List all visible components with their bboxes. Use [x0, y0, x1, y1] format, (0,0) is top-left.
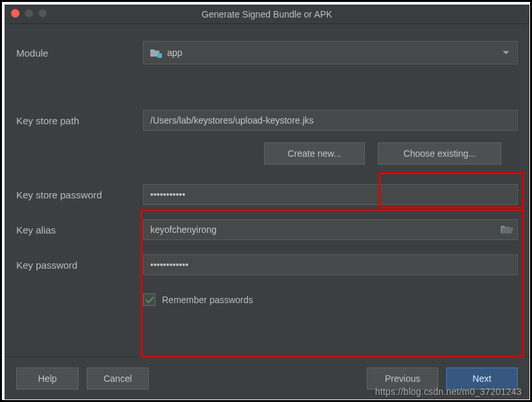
watermark-text: https://blog.csdn.net/m0_37201243 [375, 386, 522, 397]
dialog-content: Module app Key store path Create new... [5, 24, 529, 356]
title-bar: Generate Signed Bundle or APK [5, 5, 529, 24]
help-button[interactable]: Help [16, 368, 79, 390]
key-password-label: Key password [16, 260, 143, 271]
remember-row: Remember passwords [16, 289, 518, 306]
check-icon [145, 294, 153, 303]
chevron-down-icon [503, 51, 509, 55]
key-alias-field [143, 219, 518, 240]
folder-open-icon[interactable] [500, 225, 512, 234]
choose-existing-button[interactable]: Choose existing... [378, 142, 501, 165]
module-dropdown[interactable]: app [143, 41, 518, 64]
dialog-title: Generate Signed Bundle or APK [5, 9, 529, 20]
remember-passwords-checkbox[interactable] [143, 293, 155, 306]
module-label: Module [16, 47, 143, 59]
keystore-path-label: Key store path [16, 115, 143, 126]
keystore-buttons-row: Create new... Choose existing... [143, 142, 518, 165]
module-row: Module app [16, 41, 518, 64]
minimize-icon [25, 9, 33, 18]
key-password-row: Key password [16, 254, 518, 275]
key-password-input[interactable] [143, 254, 518, 275]
maximize-icon [38, 9, 47, 18]
cancel-button[interactable]: Cancel [86, 368, 149, 390]
keystore-path-input[interactable] [143, 110, 518, 131]
keystore-path-row: Key store path [16, 110, 518, 131]
key-alias-row: Key alias [16, 219, 518, 240]
key-alias-input[interactable] [144, 220, 500, 239]
keystore-password-row: Key store password [16, 184, 518, 205]
module-icon [150, 48, 161, 57]
remember-passwords-label: Remember passwords [162, 295, 253, 305]
traffic-lights [11, 9, 47, 18]
dialog-window: Generate Signed Bundle or APK Module app… [5, 5, 529, 399]
keystore-password-label: Key store password [16, 189, 143, 200]
close-icon[interactable] [11, 9, 20, 18]
module-selected: app [167, 47, 182, 58]
keystore-password-input[interactable] [143, 184, 518, 205]
key-alias-label: Key alias [16, 224, 143, 235]
create-new-button[interactable]: Create new... [264, 142, 365, 165]
